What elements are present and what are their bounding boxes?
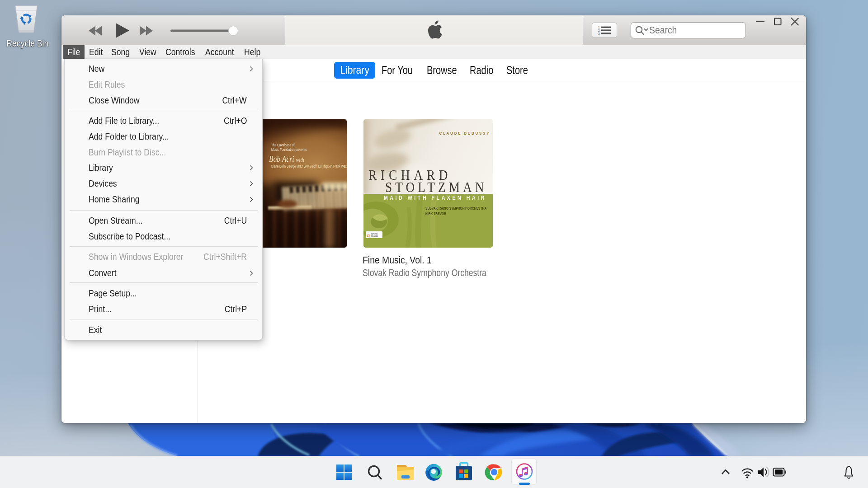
svg-text:3: 3 <box>598 32 600 35</box>
